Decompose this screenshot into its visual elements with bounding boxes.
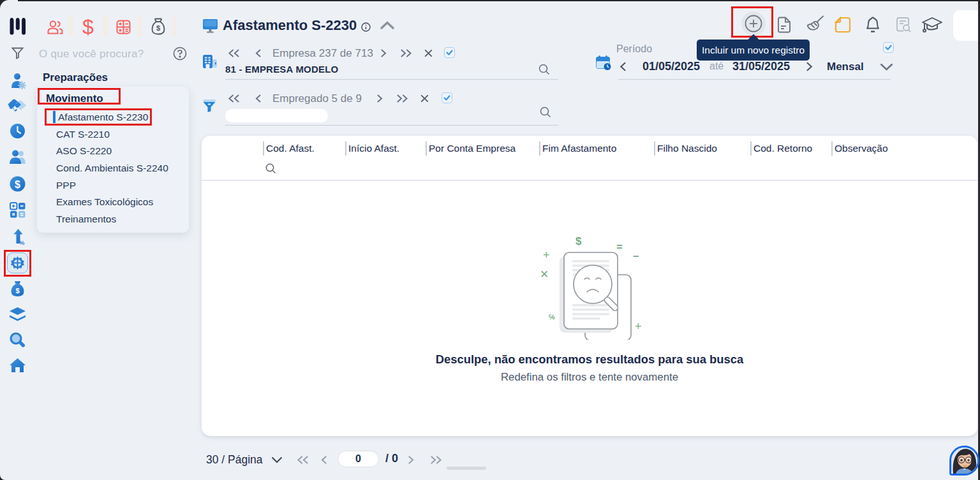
svg-text:–: – xyxy=(633,250,639,262)
svg-text:+: + xyxy=(543,249,550,261)
svg-text:$: $ xyxy=(15,179,20,190)
svg-text:$: $ xyxy=(156,24,160,32)
svg-text:+: + xyxy=(635,320,642,333)
svg-text:✕: ✕ xyxy=(540,268,549,280)
svg-text:=: = xyxy=(616,241,623,253)
svg-text:℅: ℅ xyxy=(549,313,555,321)
svg-text:%: % xyxy=(19,239,25,245)
svg-text:$: $ xyxy=(15,287,19,295)
svg-text:$: $ xyxy=(575,235,582,247)
